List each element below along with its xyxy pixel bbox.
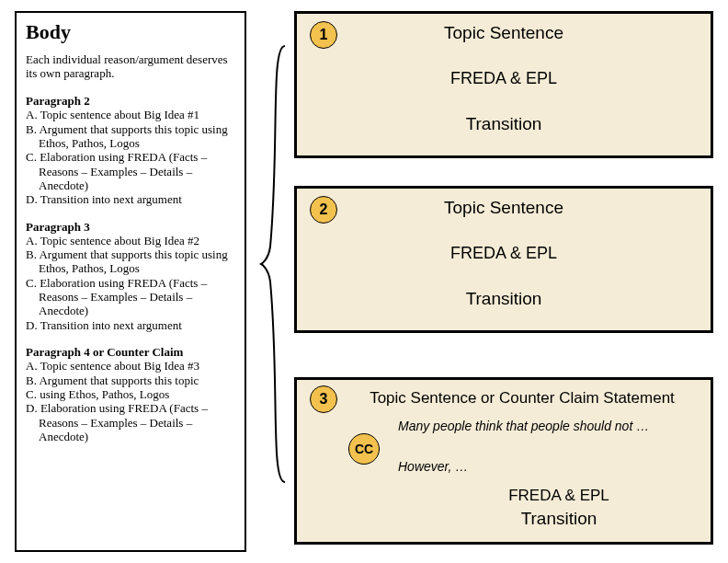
cards-area: 1 Topic Sentence FREDA & EPL Transition … (294, 11, 713, 552)
paragraph-heading: Paragraph 3 (26, 220, 235, 234)
body-title: Body (26, 20, 235, 44)
paragraph-item: A. Topic sentence about Big Idea #2 (26, 234, 235, 247)
card3-freda: FREDA & EPL (297, 487, 711, 505)
paragraph-item: B. Argument that supports this topic usi… (26, 122, 235, 151)
card3-transition: Transition (297, 509, 711, 529)
badge-1: 1 (310, 21, 337, 49)
paragraph-item: B. Argument that supports this topic (26, 373, 235, 387)
paragraph-heading: Paragraph 4 or Counter Claim (26, 345, 235, 359)
paragraph-item: A. Topic sentence about Big Idea #3 (26, 359, 235, 373)
paragraph-item: D. Transition into next argument (26, 192, 235, 206)
paragraph-2-block: Paragraph 2 A. Topic sentence about Big … (26, 94, 235, 207)
card1-topic: Topic Sentence (297, 23, 711, 43)
paragraph-item: C. Elaboration using FREDA (Facts – Reas… (26, 150, 235, 192)
card3-example1: Many people think that people should not… (398, 419, 649, 433)
paragraph-item: C. using Ethos, Pathos, Logos (26, 387, 235, 401)
paragraph-item: D. Transition into next argument (26, 318, 235, 332)
card-2: 2 Topic Sentence FREDA & EPL Transition (294, 186, 713, 333)
body-panel: Body Each individual reason/argument des… (15, 11, 246, 552)
paragraph-4-block: Paragraph 4 or Counter Claim A. Topic se… (26, 345, 235, 443)
paragraph-heading: Paragraph 2 (26, 94, 235, 108)
card3-example2: However, … (398, 459, 468, 474)
badge-cc: CC (348, 433, 380, 465)
paragraph-item: A. Topic sentence about Big Idea #1 (26, 108, 235, 121)
brace-icon (259, 44, 287, 484)
paragraph-3-block: Paragraph 3 A. Topic sentence about Big … (26, 220, 235, 333)
card1-transition: Transition (297, 114, 711, 134)
badge-3: 3 (310, 385, 337, 413)
card1-freda: FREDA & EPL (297, 69, 711, 88)
card2-freda: FREDA & EPL (297, 244, 711, 263)
body-intro: Each individual reason/argument deserves… (26, 53, 235, 81)
card-1: 1 Topic Sentence FREDA & EPL Transition (294, 11, 713, 158)
card2-topic: Topic Sentence (297, 198, 711, 218)
card3-title: Topic Sentence or Counter Claim Statemen… (343, 389, 701, 408)
card-3: 3 Topic Sentence or Counter Claim Statem… (294, 377, 713, 545)
card2-transition: Transition (297, 289, 711, 309)
paragraph-item: D. Elaboration using FREDA (Facts – Reas… (26, 401, 235, 443)
paragraph-item: C. Elaboration using FREDA (Facts – Reas… (26, 276, 235, 318)
paragraph-item: B. Argument that supports this topic usi… (26, 247, 235, 276)
badge-2: 2 (310, 196, 337, 224)
